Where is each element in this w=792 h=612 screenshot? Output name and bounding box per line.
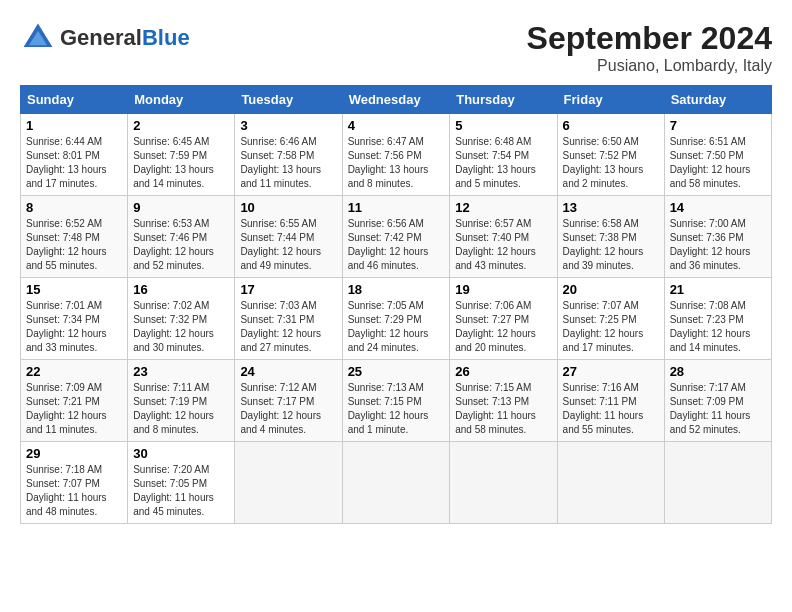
header-thursday: Thursday xyxy=(450,86,557,114)
logo-icon xyxy=(20,20,56,56)
header-sunday: Sunday xyxy=(21,86,128,114)
week-row-1: 1Sunrise: 6:44 AM Sunset: 8:01 PM Daylig… xyxy=(21,114,772,196)
day-cell: 29Sunrise: 7:18 AM Sunset: 7:07 PM Dayli… xyxy=(21,442,128,524)
day-info: Sunrise: 6:51 AM Sunset: 7:50 PM Dayligh… xyxy=(670,135,766,191)
day-number: 3 xyxy=(240,118,336,133)
day-cell xyxy=(664,442,771,524)
day-info: Sunrise: 6:57 AM Sunset: 7:40 PM Dayligh… xyxy=(455,217,551,273)
day-cell: 27Sunrise: 7:16 AM Sunset: 7:11 PM Dayli… xyxy=(557,360,664,442)
day-info: Sunrise: 7:18 AM Sunset: 7:07 PM Dayligh… xyxy=(26,463,122,519)
day-number: 23 xyxy=(133,364,229,379)
day-number: 16 xyxy=(133,282,229,297)
day-number: 20 xyxy=(563,282,659,297)
day-number: 6 xyxy=(563,118,659,133)
day-info: Sunrise: 7:05 AM Sunset: 7:29 PM Dayligh… xyxy=(348,299,445,355)
day-cell: 3Sunrise: 6:46 AM Sunset: 7:58 PM Daylig… xyxy=(235,114,342,196)
logo-text: GeneralBlue xyxy=(60,25,190,51)
day-cell: 28Sunrise: 7:17 AM Sunset: 7:09 PM Dayli… xyxy=(664,360,771,442)
day-number: 25 xyxy=(348,364,445,379)
day-number: 19 xyxy=(455,282,551,297)
day-number: 10 xyxy=(240,200,336,215)
day-cell: 2Sunrise: 6:45 AM Sunset: 7:59 PM Daylig… xyxy=(128,114,235,196)
day-info: Sunrise: 7:17 AM Sunset: 7:09 PM Dayligh… xyxy=(670,381,766,437)
week-row-5: 29Sunrise: 7:18 AM Sunset: 7:07 PM Dayli… xyxy=(21,442,772,524)
day-number: 22 xyxy=(26,364,122,379)
week-row-2: 8Sunrise: 6:52 AM Sunset: 7:48 PM Daylig… xyxy=(21,196,772,278)
day-cell: 5Sunrise: 6:48 AM Sunset: 7:54 PM Daylig… xyxy=(450,114,557,196)
day-number: 24 xyxy=(240,364,336,379)
day-number: 15 xyxy=(26,282,122,297)
day-number: 13 xyxy=(563,200,659,215)
day-cell: 30Sunrise: 7:20 AM Sunset: 7:05 PM Dayli… xyxy=(128,442,235,524)
day-info: Sunrise: 6:53 AM Sunset: 7:46 PM Dayligh… xyxy=(133,217,229,273)
day-cell: 6Sunrise: 6:50 AM Sunset: 7:52 PM Daylig… xyxy=(557,114,664,196)
day-cell: 10Sunrise: 6:55 AM Sunset: 7:44 PM Dayli… xyxy=(235,196,342,278)
day-number: 29 xyxy=(26,446,122,461)
day-info: Sunrise: 6:52 AM Sunset: 7:48 PM Dayligh… xyxy=(26,217,122,273)
day-cell: 19Sunrise: 7:06 AM Sunset: 7:27 PM Dayli… xyxy=(450,278,557,360)
day-info: Sunrise: 6:44 AM Sunset: 8:01 PM Dayligh… xyxy=(26,135,122,191)
day-info: Sunrise: 7:07 AM Sunset: 7:25 PM Dayligh… xyxy=(563,299,659,355)
header-wednesday: Wednesday xyxy=(342,86,450,114)
day-cell: 25Sunrise: 7:13 AM Sunset: 7:15 PM Dayli… xyxy=(342,360,450,442)
day-info: Sunrise: 7:00 AM Sunset: 7:36 PM Dayligh… xyxy=(670,217,766,273)
day-cell: 16Sunrise: 7:02 AM Sunset: 7:32 PM Dayli… xyxy=(128,278,235,360)
week-row-3: 15Sunrise: 7:01 AM Sunset: 7:34 PM Dayli… xyxy=(21,278,772,360)
day-cell xyxy=(450,442,557,524)
day-info: Sunrise: 7:15 AM Sunset: 7:13 PM Dayligh… xyxy=(455,381,551,437)
day-cell: 17Sunrise: 7:03 AM Sunset: 7:31 PM Dayli… xyxy=(235,278,342,360)
day-number: 28 xyxy=(670,364,766,379)
day-cell: 21Sunrise: 7:08 AM Sunset: 7:23 PM Dayli… xyxy=(664,278,771,360)
day-cell: 22Sunrise: 7:09 AM Sunset: 7:21 PM Dayli… xyxy=(21,360,128,442)
day-cell xyxy=(342,442,450,524)
day-info: Sunrise: 7:01 AM Sunset: 7:34 PM Dayligh… xyxy=(26,299,122,355)
header-row: SundayMondayTuesdayWednesdayThursdayFrid… xyxy=(21,86,772,114)
day-info: Sunrise: 7:06 AM Sunset: 7:27 PM Dayligh… xyxy=(455,299,551,355)
day-number: 4 xyxy=(348,118,445,133)
header-friday: Friday xyxy=(557,86,664,114)
day-cell: 18Sunrise: 7:05 AM Sunset: 7:29 PM Dayli… xyxy=(342,278,450,360)
location: Pusiano, Lombardy, Italy xyxy=(527,57,772,75)
day-number: 12 xyxy=(455,200,551,215)
day-cell: 12Sunrise: 6:57 AM Sunset: 7:40 PM Dayli… xyxy=(450,196,557,278)
day-cell: 9Sunrise: 6:53 AM Sunset: 7:46 PM Daylig… xyxy=(128,196,235,278)
day-number: 30 xyxy=(133,446,229,461)
day-number: 27 xyxy=(563,364,659,379)
day-info: Sunrise: 6:47 AM Sunset: 7:56 PM Dayligh… xyxy=(348,135,445,191)
day-number: 17 xyxy=(240,282,336,297)
day-cell: 15Sunrise: 7:01 AM Sunset: 7:34 PM Dayli… xyxy=(21,278,128,360)
day-info: Sunrise: 6:45 AM Sunset: 7:59 PM Dayligh… xyxy=(133,135,229,191)
day-info: Sunrise: 7:20 AM Sunset: 7:05 PM Dayligh… xyxy=(133,463,229,519)
day-cell: 11Sunrise: 6:56 AM Sunset: 7:42 PM Dayli… xyxy=(342,196,450,278)
day-info: Sunrise: 7:02 AM Sunset: 7:32 PM Dayligh… xyxy=(133,299,229,355)
header-saturday: Saturday xyxy=(664,86,771,114)
day-info: Sunrise: 6:46 AM Sunset: 7:58 PM Dayligh… xyxy=(240,135,336,191)
day-info: Sunrise: 6:48 AM Sunset: 7:54 PM Dayligh… xyxy=(455,135,551,191)
week-row-4: 22Sunrise: 7:09 AM Sunset: 7:21 PM Dayli… xyxy=(21,360,772,442)
title-block: September 2024 Pusiano, Lombardy, Italy xyxy=(527,20,772,75)
day-info: Sunrise: 6:58 AM Sunset: 7:38 PM Dayligh… xyxy=(563,217,659,273)
day-info: Sunrise: 7:16 AM Sunset: 7:11 PM Dayligh… xyxy=(563,381,659,437)
day-number: 21 xyxy=(670,282,766,297)
day-cell: 20Sunrise: 7:07 AM Sunset: 7:25 PM Dayli… xyxy=(557,278,664,360)
day-number: 8 xyxy=(26,200,122,215)
day-number: 1 xyxy=(26,118,122,133)
day-info: Sunrise: 6:56 AM Sunset: 7:42 PM Dayligh… xyxy=(348,217,445,273)
header-tuesday: Tuesday xyxy=(235,86,342,114)
day-number: 7 xyxy=(670,118,766,133)
day-cell: 13Sunrise: 6:58 AM Sunset: 7:38 PM Dayli… xyxy=(557,196,664,278)
day-info: Sunrise: 6:50 AM Sunset: 7:52 PM Dayligh… xyxy=(563,135,659,191)
day-number: 26 xyxy=(455,364,551,379)
day-cell: 7Sunrise: 6:51 AM Sunset: 7:50 PM Daylig… xyxy=(664,114,771,196)
day-cell: 14Sunrise: 7:00 AM Sunset: 7:36 PM Dayli… xyxy=(664,196,771,278)
day-cell: 24Sunrise: 7:12 AM Sunset: 7:17 PM Dayli… xyxy=(235,360,342,442)
day-cell: 8Sunrise: 6:52 AM Sunset: 7:48 PM Daylig… xyxy=(21,196,128,278)
month-title: September 2024 xyxy=(527,20,772,57)
calendar-table: SundayMondayTuesdayWednesdayThursdayFrid… xyxy=(20,85,772,524)
day-cell: 4Sunrise: 6:47 AM Sunset: 7:56 PM Daylig… xyxy=(342,114,450,196)
day-cell: 1Sunrise: 6:44 AM Sunset: 8:01 PM Daylig… xyxy=(21,114,128,196)
day-number: 18 xyxy=(348,282,445,297)
day-info: Sunrise: 7:08 AM Sunset: 7:23 PM Dayligh… xyxy=(670,299,766,355)
day-cell xyxy=(557,442,664,524)
header-monday: Monday xyxy=(128,86,235,114)
